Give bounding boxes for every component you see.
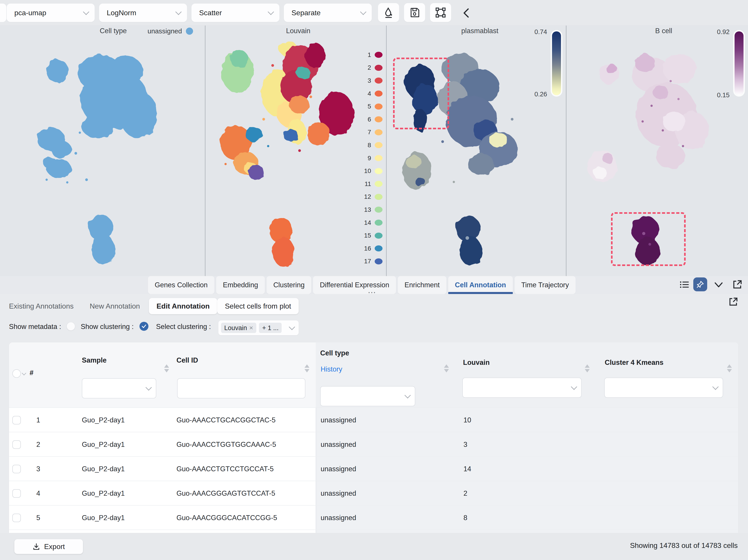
subtab-existing-annotations[interactable]: Existing Annotations [9,298,73,314]
save-icon [409,7,420,18]
plasmablast-selection-box[interactable] [393,57,449,129]
cell-type-sorter[interactable] [444,364,449,372]
layout-select-value: Separate [291,9,321,17]
cell-id-sorter[interactable] [304,364,309,372]
row-checkbox[interactable] [12,514,21,522]
plot-area: Cell type unassigned [0,25,748,276]
louvain-scatter-plot[interactable] [205,25,358,276]
chevron-down-icon [571,384,577,390]
legend-item: 4 [356,87,382,100]
chevron-down-icon [145,384,152,391]
b-cell-selection-box[interactable] [611,212,686,266]
kmeans-filter-select[interactable] [604,378,723,398]
legend-item: 2 [356,62,382,74]
cell-annotation-panel: Existing Annotations New Annotation Edit… [0,294,748,533]
open-external-icon[interactable] [731,279,743,290]
box-select-button[interactable] [430,3,451,22]
subtab-new-annotation[interactable]: New Annotation [90,298,140,314]
plot-type-select[interactable]: Scatter [191,4,279,22]
row-checkbox[interactable] [12,465,21,473]
normalization-select-value: LogNorm [107,9,136,17]
table-row[interactable]: 5 Guo_P2-day1 Guo-AAACGGGCACATCCGG-5 una… [9,505,738,530]
table-row[interactable]: 1 Guo_P2-day1 Guo-AAACCTGCACGGCTAC-5 una… [9,407,738,432]
show-metadata-checkbox[interactable] [66,322,75,331]
tab-clustering[interactable]: Clustering [266,276,311,294]
table-row[interactable]: 4 Guo_P2-day1 Guo-AAACGGGAGTGTCCAT-5 una… [9,481,738,505]
tab-time-trajectory[interactable]: Time Trajectory [515,276,576,294]
analysis-tabs: Genes Collection Embedding Clustering Di… [148,276,576,294]
collapse-panel-icon[interactable] [714,281,724,289]
clustering-tag-more[interactable]: + 1 ... [259,323,282,333]
row-checkbox[interactable] [12,440,21,449]
download-icon [32,543,40,550]
chevron-down-icon [83,9,89,15]
tab-enrichment[interactable]: Enrichment [398,276,446,294]
clustering-multiselect[interactable]: Louvain × + 1 ... [218,320,299,335]
legend-item: 12 [356,191,382,203]
select-clustering-label: Select clustering : [156,323,211,331]
cell-type-history-link[interactable]: History [321,365,342,373]
sample-filter-select[interactable] [82,378,156,398]
legend-item: 14 [356,216,382,229]
export-button-label: Export [44,542,65,551]
col-header-louvain[interactable]: Louvain [463,359,490,367]
table-row[interactable]: 2 Guo_P2-day1 Guo-AAACCTGGTGGCAAAC-5 una… [9,432,738,456]
normalization-select[interactable]: LogNorm [99,4,187,22]
legend-item: 13 [356,203,382,216]
export-button[interactable]: Export [14,539,83,554]
chevron-down-icon [289,324,295,330]
chevron-down-icon [404,392,411,398]
plot-type-select-value: Scatter [199,9,222,17]
collapse-left-icon[interactable] [462,8,471,18]
save-button[interactable] [404,3,425,22]
legend-item: 10 [356,165,382,177]
table-row[interactable]: 3 Guo_P2-day1 Guo-AAACCTGTCCTGCCAT-5 una… [9,456,738,481]
tab-differential-expression[interactable]: Differential Expression [313,276,396,294]
louvain-filter-select[interactable] [462,378,582,398]
legend-item: 17 [356,255,382,268]
subtab-select-cells-from-plot[interactable]: Select cells from plot [217,298,299,314]
subtab-edit-annotation[interactable]: Edit Annotation [149,298,217,314]
legend-item: 11 [356,177,382,191]
col-header-num: # [30,369,33,377]
check-icon [141,323,147,329]
pin-icon [696,280,705,289]
tab-list-icon[interactable] [678,279,690,290]
paint-fill-icon [383,7,394,18]
cell-type-filter-select[interactable] [320,386,415,406]
tag-close-icon[interactable]: × [249,324,253,332]
tab-cell-annotation[interactable]: Cell Annotation [448,276,513,294]
legend-item: 16 [356,242,382,255]
layout-select[interactable]: Separate [284,4,372,22]
embedding-select-value: pca-umap [14,9,46,17]
select-all-checkbox[interactable] [12,369,21,378]
cell-type-scatter-plot[interactable] [20,25,205,276]
col-header-cell-id[interactable]: Cell ID [177,356,198,364]
app-window: pca-umap LogNorm Scatter Separate [0,0,748,560]
clustering-tag-louvain[interactable]: Louvain × [221,323,256,333]
pin-panel-button-bottom[interactable] [693,277,707,291]
tab-embedding[interactable]: Embedding [216,276,265,294]
row-checkbox[interactable] [12,416,21,424]
show-clustering-checkbox[interactable] [139,322,148,331]
table-row-partial [9,530,738,533]
cutoff-panel-fragment [0,4,6,22]
cells-table: # Sample Cell ID Cell type History Louva… [9,342,738,533]
tab-genes-collection[interactable]: Genes Collection [148,276,214,294]
color-fill-button[interactable] [378,3,399,22]
col-header-cell-type[interactable]: Cell type [320,349,349,357]
sample-sorter[interactable] [164,364,169,372]
legend-item: 5 [356,100,382,113]
row-checkbox[interactable] [12,489,21,498]
open-external-icon[interactable] [728,296,739,308]
legend-item: 7 [356,126,382,139]
legend-item: 15 [356,229,382,242]
chevron-down-icon [176,9,182,15]
col-header-kmeans[interactable]: Cluster 4 Kmeans [605,359,663,367]
louvain-sorter[interactable] [585,364,590,372]
embedding-select[interactable]: pca-umap [7,4,95,22]
table-footer: Export Showing 14783 out of 14783 cells [0,533,748,560]
kmeans-sorter[interactable] [727,364,732,372]
cell-id-filter-input[interactable] [177,378,305,398]
col-header-sample[interactable]: Sample [82,356,107,364]
